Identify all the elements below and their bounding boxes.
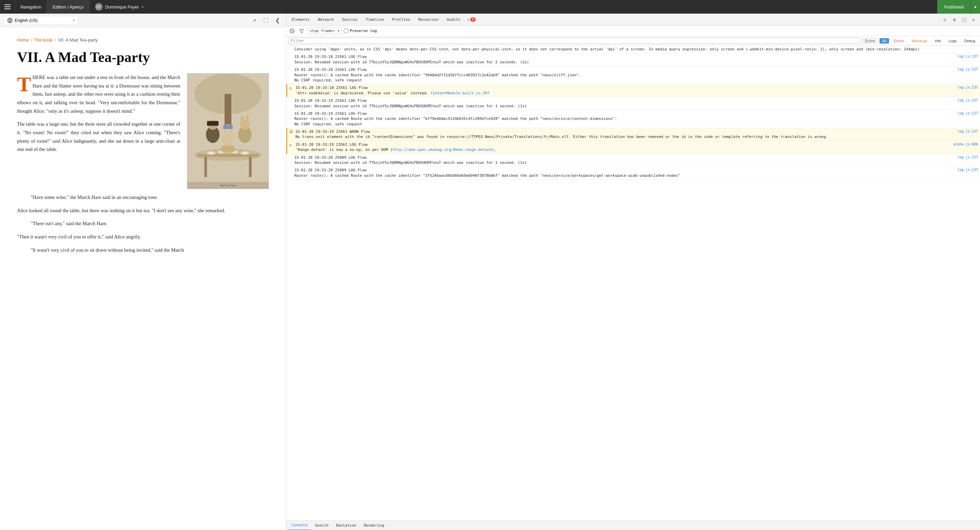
level-all-button[interactable]: All [880,38,889,44]
article-text-col: THERE was a table set out under a tree i… [17,73,180,189]
svg-point-10 [241,152,249,155]
devtools-tab-timeline[interactable]: Timeline [363,14,387,26]
devtools-resize-button[interactable]: ⬜ [959,15,969,24]
log-file-link[interactable]: log.js:137 [958,67,978,72]
breadcrumb-sep-1: / [31,38,32,43]
devtools-more-tabs-button[interactable]: » 8 [465,14,478,26]
log-entry: Consider using 'dppx' units, as in CSS '… [286,46,980,53]
console-filter-input[interactable] [288,38,861,44]
log-file-link[interactable]: log.js:137 [958,155,978,160]
log-text: 15-01-20 19:33:18 23561 LOG FlowRouter r… [294,67,956,83]
svg-line-26 [291,30,293,32]
bottom-tab-rendering[interactable]: Rendering [361,521,388,530]
hamburger-menu-button[interactable] [0,0,15,14]
lang-chevron-icon: ▾ [73,18,75,22]
level-info-button[interactable]: Info [932,38,943,44]
bottom-tab-emulation[interactable]: Emulation [332,521,360,530]
level-debug-button[interactable]: Debug [962,38,978,44]
log-text: 15-01-20 19:33:18 23561 LOG FlowSession:… [294,54,956,65]
page-content: Home / The book / VII. A Mad Tea-party V… [0,27,286,530]
toolbar-icons: ↗ ⛶ ❮ [249,15,283,25]
error-badge: 8 [470,17,476,22]
svg-rect-5 [204,157,207,178]
log-entry-warn: ⚠ 15-01-20 19:33:18 23561 LOG Flow'Attr.… [286,84,980,97]
devtools-action-buttons: ⌂ ⚙ ⬜ ✕ [940,15,978,24]
breadcrumb-current: VII. A Mad Tea-party [58,38,98,43]
log-entry: 15-01-20 19:33:19 23561 LOG FlowRouter r… [286,110,980,128]
devtools-tab-network[interactable]: Network [315,14,337,26]
svg-point-7 [207,152,215,155]
log-file-link[interactable]: log.js:137 [958,98,978,103]
devtools-dock-button[interactable]: ⌂ [940,15,949,24]
log-text: 15-01-20 19:33:18 23561 LOG Flow'Attr.no… [296,85,956,96]
hamburger-icon [5,5,11,9]
breadcrumb-home[interactable]: Home [17,38,29,43]
log-file-link[interactable]: log.js:137 [958,129,978,134]
external-link-button[interactable]: ↗ [249,15,259,25]
breadcrumb-book[interactable]: The book [34,38,52,43]
devtools-filter-row: Errors All Errors Warnings Info Logs Deb… [286,36,980,46]
main-area: EN English (US) ▾ ↗ ⛶ ❮ Home [0,14,980,530]
article-illustration: Mad Tea-Party [187,73,269,189]
devtools-bottombar: Console Search Emulation Rendering [286,520,980,530]
devtools-close-button[interactable]: ✕ [969,15,978,24]
breadcrumb: Home / The book / VII. A Mad Tea-party [17,38,269,43]
svg-rect-4 [197,154,259,157]
svg-marker-27 [299,29,304,33]
article-para-7: "It wasn't very civil of you to sit down… [17,246,269,254]
top-bar: Navigation Edition / Aperçu DF Dominique… [0,0,980,14]
preserve-log-input[interactable] [344,29,348,33]
devtools-settings-button[interactable]: ⚙ [950,15,959,24]
log-entry-warn: ⚠ 15-01-20 19:33:19 23561 LOG Flow'Range… [286,141,980,154]
navigation-button[interactable]: Navigation [15,0,47,14]
log-file-link[interactable]: log.js:137 [958,54,978,59]
log-file-link[interactable]: aloha.js:606 [953,142,978,147]
clear-icon [290,29,294,33]
fullscreen-button[interactable]: ⛶ [261,15,271,25]
edition-button[interactable]: Edition / Aperçu [47,0,89,14]
log-file-link[interactable]: log.js:137 [958,111,978,116]
devtools-tab-sources[interactable]: Sources [338,14,361,26]
bottom-tab-search[interactable]: Search [312,521,332,530]
log-text: 15-01-20 19:33:19 23561 WARN FlowNo tran… [296,129,956,140]
log-entry-warn: ② 15-01-20 19:33:19 23561 WARN FlowNo tr… [286,128,980,141]
level-logs-button[interactable]: Logs [946,38,959,44]
language-selector[interactable]: EN English (US) ▾ [3,16,78,25]
toolbar: EN English (US) ▾ ↗ ⛶ ❮ [0,14,286,27]
level-errors-button[interactable]: Errors [891,38,907,44]
log-file-link[interactable]: log.js:137 [958,168,978,172]
svg-rect-22 [221,146,235,152]
content-panel: EN English (US) ▾ ↗ ⛶ ❮ Home [0,14,286,530]
language-icon: EN [7,18,13,23]
article-para-5: "There isn't any," said the March Hare. [17,219,269,228]
panel-toggle-button[interactable]: ❮ [272,15,283,25]
log-text: 15-01-20 19:33:20 25009 LOG FlowRouter r… [294,168,956,178]
clear-console-button[interactable] [288,27,296,35]
log-warn-icon: ⚠ [289,85,294,91]
filter-icon-button[interactable] [298,27,305,35]
log-link[interactable]: ContentModule-built.js:397 [431,91,489,95]
page-title: VII. A Mad Tea-party [17,49,269,65]
external-link-icon: ↗ [252,18,256,23]
log-link[interactable]: http://dom.spec.whatwg.org/#dom-range-de… [393,148,492,152]
caret-icon: ▾ [974,5,977,10]
log-entry: 15-01-20 19:33:20 25009 LOG FlowRouter r… [286,167,980,179]
user-menu[interactable]: DF Dominique Feyer ▾ [90,0,937,14]
log-text: 15-01-20 19:33:19 23561 LOG FlowSession:… [294,98,956,109]
regex-button[interactable]: Errors [862,38,877,44]
level-warnings-button[interactable]: Warnings [909,38,930,44]
devtools-tab-elements[interactable]: Elements [288,14,313,26]
published-button[interactable]: Published [937,0,970,14]
log-text: Consider using 'dppx' units, as in CSS '… [294,47,978,52]
frame-selector[interactable]: <top frame> ▾ [307,28,342,34]
chevron-down-icon: ▾ [142,5,143,9]
devtools-tab-audits[interactable]: Audits [443,14,464,26]
devtools-tab-profiles[interactable]: Profiles [389,14,414,26]
log-entry: 15-01-20 19:33:19 23561 LOG FlowSession:… [286,97,980,110]
drop-cap: T [17,75,31,93]
log-file-link[interactable]: log.js:137 [958,85,978,90]
devtools-tab-resources[interactable]: Resources [415,14,442,26]
published-dropdown-button[interactable]: ▾ [970,0,980,14]
bottom-tab-console[interactable]: Console [288,521,311,530]
preserve-log-checkbox[interactable]: Preserve log [344,29,377,33]
